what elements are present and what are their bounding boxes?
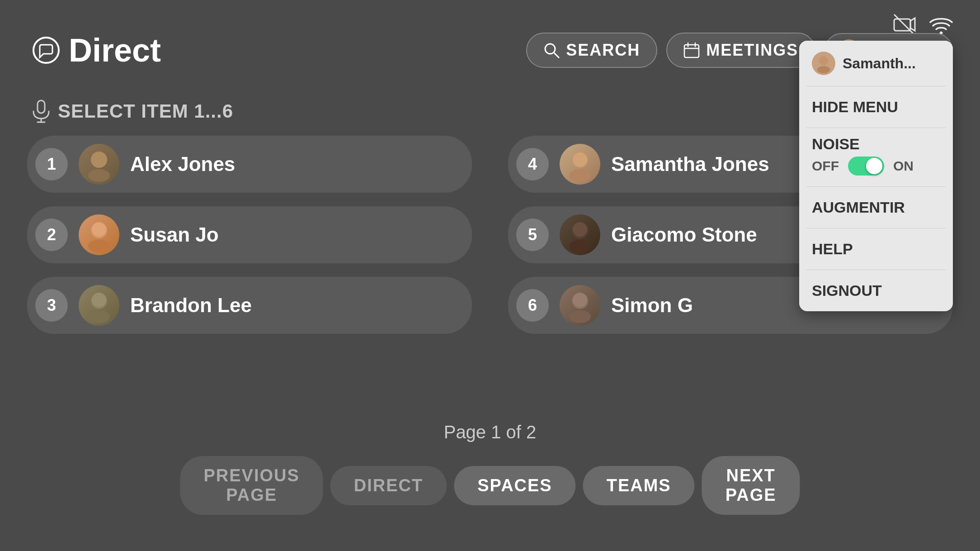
search-icon <box>543 42 560 58</box>
contact-item-3[interactable]: 3 Brandon Lee <box>27 277 472 334</box>
noise-toggle-row: OFF ON <box>812 157 940 176</box>
spaces-button[interactable]: SPACES <box>454 466 575 505</box>
svg-point-26 <box>569 240 591 252</box>
contact-avatar-2 <box>79 214 119 255</box>
next-page-button[interactable]: NEXT PAGE <box>702 456 800 515</box>
bottom-nav: PREVIOUS PAGE DIRECT SPACES TEAMS NEXT P… <box>180 456 800 515</box>
chat-icon <box>32 36 61 65</box>
contact-number-6: 6 <box>516 289 549 322</box>
contact-avatar-5 <box>560 214 600 255</box>
contact-avatar-4 <box>560 144 600 185</box>
svg-point-33 <box>573 293 587 307</box>
meetings-button[interactable]: MEETINGS <box>666 33 815 68</box>
mic-icon <box>32 100 51 123</box>
contact-number-3: 3 <box>35 289 68 322</box>
augmentir-item[interactable]: AUGMENTIR <box>799 187 953 228</box>
select-label: SELECT ITEM 1...6 <box>32 100 233 123</box>
direct-button[interactable]: DIRECT <box>330 466 447 505</box>
dropdown-user-row[interactable]: Samanth... <box>799 41 953 86</box>
svg-rect-13 <box>38 100 45 113</box>
svg-point-17 <box>88 169 110 182</box>
svg-point-5 <box>545 44 555 54</box>
help-item[interactable]: HELP <box>799 228 953 270</box>
noise-toggle[interactable] <box>848 157 884 176</box>
contact-avatar-1 <box>79 144 119 185</box>
contact-avatar-3 <box>79 285 119 326</box>
dropdown-user-name: Samanth... <box>843 55 916 72</box>
svg-point-24 <box>92 222 106 237</box>
svg-line-6 <box>554 53 559 57</box>
svg-point-34 <box>819 56 828 65</box>
dropdown-menu: Samanth... HIDE MENU NOISE OFF ON AUGMEN… <box>799 41 953 311</box>
svg-marker-1 <box>910 18 915 31</box>
contact-name-4: Samantha Jones <box>611 153 769 176</box>
svg-point-21 <box>573 152 587 167</box>
svg-point-4 <box>33 38 59 63</box>
contact-name-3: Brandon Lee <box>130 294 252 317</box>
page-indicator: Page 1 of 2 <box>444 422 537 442</box>
svg-point-35 <box>817 66 830 73</box>
svg-point-32 <box>569 310 591 323</box>
svg-point-30 <box>92 293 106 307</box>
svg-rect-7 <box>684 45 699 57</box>
search-button[interactable]: SEARCH <box>526 33 657 68</box>
contact-number-2: 2 <box>35 218 68 251</box>
contact-item-1[interactable]: 1 Alex Jones <box>27 136 472 193</box>
signout-item[interactable]: SIGNOUT <box>799 270 953 311</box>
contact-avatar-6 <box>560 285 600 326</box>
svg-point-20 <box>569 169 591 182</box>
noise-on-label: ON <box>893 158 914 174</box>
calendar-icon <box>683 42 700 58</box>
contact-number-4: 4 <box>516 148 549 180</box>
noise-off-label: OFF <box>812 158 839 174</box>
contact-number-5: 5 <box>516 218 549 251</box>
contact-item-2[interactable]: 2 Susan Jo <box>27 206 472 263</box>
svg-point-18 <box>91 152 107 168</box>
contact-name-5: Giacomo Stone <box>611 223 757 246</box>
teams-button[interactable]: TEAMS <box>583 466 695 505</box>
hide-menu-item[interactable]: HIDE MENU <box>799 86 953 128</box>
svg-point-23 <box>88 240 110 252</box>
contact-number-1: 1 <box>35 148 68 180</box>
svg-point-29 <box>88 310 110 323</box>
contact-name-6: Simon G <box>611 294 693 317</box>
noise-row: NOISE OFF ON <box>799 128 953 186</box>
wifi-icon <box>929 15 953 34</box>
header-left: Direct <box>32 32 161 69</box>
previous-page-button[interactable]: PREVIOUS PAGE <box>180 456 323 515</box>
dropdown-user-avatar <box>812 52 835 75</box>
svg-point-27 <box>573 222 587 237</box>
contact-name-1: Alex Jones <box>130 153 235 176</box>
toggle-knob <box>866 158 882 174</box>
page-title: Direct <box>69 32 161 69</box>
contact-name-2: Susan Jo <box>130 223 219 246</box>
